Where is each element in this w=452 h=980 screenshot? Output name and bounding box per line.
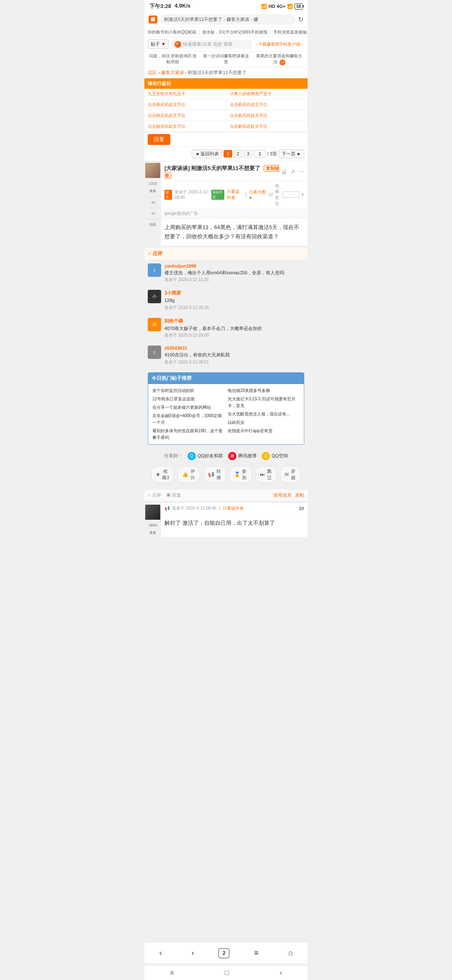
reply-author-3[interactable]: 刻岗个磷 <box>164 318 304 324</box>
hot-post-item[interactable]: 光大值记卡3.23-3.31还可领爱奇艺月卡，直充 <box>226 395 301 410</box>
download-link[interactable]: →下载赚客吧手机客户端← <box>254 41 304 47</box>
sidebar-thumb-image <box>145 163 160 178</box>
share-label: 分享到： <box>164 452 182 460</box>
info-item-2[interactable]: 第一次访问赚客吧请看这里 <box>201 53 251 65</box>
replies-list: y yanhuijun1996 楼主优先，俺出个人用xm64和xsmax256，… <box>144 260 308 369</box>
hot-post-item[interactable]: 京东金融5现金+4000金币，1000定期一个月 <box>151 412 226 427</box>
only-pic-link[interactable]: 只看大图 ► <box>249 189 266 200</box>
qzone-label: QQ空间 <box>272 453 288 459</box>
page-btn-1[interactable]: 1 <box>223 150 232 157</box>
tiezi-dropdown[interactable]: 贴子 ▼ <box>148 39 169 49</box>
post-title-actions: 🖨 ↗ ⋯ <box>281 168 304 175</box>
ad-item-7[interactable]: 点击购买此处文字位 <box>144 121 226 132</box>
battery-indicator: 58 <box>295 3 303 10</box>
breadcrumb-part-1[interactable]: 流区 <box>148 70 157 76</box>
more-icon[interactable]: ⋯ <box>298 168 304 175</box>
browser-bar: 赚 刚激活5天的苹果11不想要了 - 赚客大家谈 - 赚 ↻ <box>144 12 308 28</box>
ad-item-8[interactable]: 点击购买此处文字位 <box>226 121 308 132</box>
elevator-icon[interactable]: ✈ <box>301 192 304 197</box>
reply-author-2[interactable]: ‖小黑屋` <box>164 290 304 296</box>
info-item-3[interactable]: 果果的主要用途和赚取方法 18 <box>254 53 304 65</box>
qq-share-btn[interactable]: Q QQ好友和群 <box>187 452 223 460</box>
reply-item: z z53543631 4100含沿出，有收的大兄弟私我 发表于 2020-3-… <box>144 342 308 369</box>
hot-post-item[interactable]: 发个实时监控活动的软 <box>151 387 226 395</box>
qzone-share-btn[interactable]: Q QQ空间 <box>262 452 288 460</box>
second-post-avatar <box>145 505 160 520</box>
next-page-btn[interactable]: 下一页 ► <box>279 150 304 158</box>
hot-post-item[interactable]: 友情提示中行app还有货 <box>226 427 301 435</box>
hot-posts-left: 发个实时监控活动的软 12号狗东口罩直达连接 在分享一个超多磁力更新的网站 京东… <box>151 387 226 442</box>
browser-url[interactable]: 刚激活5天的苹果11不想要了 - 赚客大家谈 - 赚 <box>160 14 295 25</box>
breadcrumb-part-2[interactable]: 赚客大家谈 <box>161 70 184 76</box>
hot-post-item[interactable]: 12号狗东口罩直达连接 <box>151 395 226 403</box>
second-post-body: 解封了 激活了，自能自己用，出了太不划算了 <box>161 514 308 532</box>
status-speed: 4.9K/s <box>175 3 190 10</box>
sidebar-msg: 消息 <box>149 222 156 227</box>
second-only-author[interactable]: 只看该作者 <box>223 505 244 511</box>
post-footer-post-btn[interactable]: 发帖 <box>295 492 304 498</box>
reply-author-4[interactable]: z53543631 <box>164 346 304 351</box>
reply-author-1[interactable]: yanhuijun1996 <box>164 263 304 268</box>
page-btn-2[interactable]: 2 <box>234 150 242 157</box>
ad-item-2[interactable]: 小客八折收网易严选卡 <box>226 89 308 99</box>
collect-btn[interactable]: ★ 收藏3 <box>151 466 174 483</box>
hot-post-item[interactable]: 电信领20美团多号多撸 <box>226 387 301 395</box>
search-bar: 贴子 ▼ 🔍 快速搜索:白菜 低价 领券 →下载赚客吧手机客户端← <box>144 37 308 52</box>
weibo-share-btn[interactable]: 微 腾讯微博 <box>228 452 257 460</box>
hot-post-item[interactable]: 光大优酷竟然没人领，现在还有... <box>226 410 301 418</box>
ad-item-1[interactable]: 九五折收京东礼品卡 <box>144 89 226 99</box>
print-icon[interactable]: 🖨 <box>281 168 287 175</box>
thumbs-icon: 👍 <box>182 472 188 477</box>
post-content-col: [大家谈谈] 刚激活5天的苹果11不想要了 复制链接 🖨 ↗ ⋯ 楼主 发表于 … <box>161 161 308 246</box>
second-post-sidebar: 1693 果果 <box>144 503 161 537</box>
reply-button[interactable]: 回复 <box>148 134 170 145</box>
avatar: 刻 <box>148 318 161 331</box>
post-footer: ○ ○ 点评 点评 ▣ 回复 使用道具 发帖 <box>144 489 308 501</box>
action-buttons: ★ 收藏3 👍 评分 📢 转播 🏅 参加 ⏭ 飘过 ✉ 穿越 <box>148 464 304 485</box>
skip-label: 飘过 <box>266 468 272 481</box>
reply-item: y yanhuijun1996 楼主优先，俺出个人用xm64和xsmax256，… <box>144 260 308 287</box>
page-btn-3[interactable]: 3 <box>244 150 252 157</box>
cross-btn[interactable]: ✉ 穿越 <box>280 466 301 483</box>
back-to-list-btn[interactable]: ◄ 返回列表 <box>192 150 222 158</box>
comment-footer-btn[interactable]: ○ ○ 点评 点评 <box>148 492 161 498</box>
tools-btn[interactable]: 使用道具 <box>273 492 292 498</box>
author-badge: 楼主 <box>164 190 172 200</box>
search-input-area[interactable]: 🔍 快速搜索:白菜 低价 领券 <box>171 40 252 49</box>
refresh-button[interactable]: ↻ <box>298 15 303 23</box>
second-sidebar-num: 1693 <box>149 523 157 527</box>
footer-right: 使用道具 发帖 <box>273 492 304 498</box>
breadcrumb-part-3: 刚激活5天的苹果11不想要了 <box>188 70 246 76</box>
reply-footer-btn[interactable]: ▣ 回复 <box>166 492 181 498</box>
hot-post-item[interactable]: 在分享一个超多磁力更新的网站 <box>151 403 226 412</box>
share-action-icon[interactable]: ↗ <box>290 168 295 175</box>
reply-section-header: ○ 点评 <box>144 248 308 260</box>
hot-post-item[interactable]: 以岭药业 <box>226 418 301 427</box>
status-time: 下午3:28 <box>149 3 171 10</box>
reply-content-4: z53543631 4100含沿出，有收的大兄弟私我 发表于 2020-3-12… <box>164 346 304 365</box>
elevator-input[interactable] <box>282 191 299 198</box>
info-bar: 问题，前往'求助咨询区'发帖求助 第一次访问赚客吧请看这里 果果的主要用途和赚取… <box>144 52 308 67</box>
ad-item-3[interactable]: 点击购买此处文字位 <box>144 100 226 110</box>
sidebar-fruit-label: 果果 <box>149 189 156 193</box>
reply-text-1: 楼主优先，俺出个人用xm64和xsmax256，全原，有人意吗 <box>164 269 304 276</box>
info-item-1[interactable]: 问题，前往'求助咨询区'发帖求助 <box>148 53 198 65</box>
page-jump-input[interactable] <box>254 150 266 157</box>
hot-posts-right: 电信领20美团多号多撸 光大值记卡3.23-3.31还可领爱奇艺月卡，直充 光大… <box>226 387 301 442</box>
hot-post-item[interactable]: 看到好多保号的也在跟风19D，这个套餐不香吗 <box>151 427 226 442</box>
post-body: 上周购买的苹果11，64黑色，满打满算激活5天，现在不想要了，回收价大概在多少？… <box>161 219 308 246</box>
left-sidebar: 1315 果果 -24 -12 消息 <box>144 161 161 246</box>
weibo-icon: 微 <box>228 452 236 460</box>
only-author-link[interactable]: 只看该作者 <box>227 189 243 201</box>
footer-left: ○ ○ 点评 点评 ▣ 回复 <box>148 492 181 498</box>
ad-item-4[interactable]: 点击购买此处文字位 <box>226 100 308 110</box>
ad-item-5[interactable]: 点击购买此处文字位 <box>144 111 226 121</box>
broadcast-btn[interactable]: 📢 转播 <box>203 466 226 483</box>
skip-btn[interactable]: ⏭ 飘过 <box>255 466 277 483</box>
second-post-content-col: 📢 发表于 2020-3-12 08:46 | 只看该作者 2# 解封了 激活了… <box>161 503 308 537</box>
join-btn[interactable]: 🏅 参加 <box>229 466 252 483</box>
avatar: 小 <box>148 290 161 303</box>
rate-btn[interactable]: 👍 评分 <box>177 466 200 483</box>
scroll-hint-bar: 你的账号到小客的QQ邮箱 | 放水贴，0元平台时记得到手机验报 | 手机浏览器直… <box>144 28 308 37</box>
ad-item-6[interactable]: 点击购买此处文字位 <box>226 111 308 121</box>
